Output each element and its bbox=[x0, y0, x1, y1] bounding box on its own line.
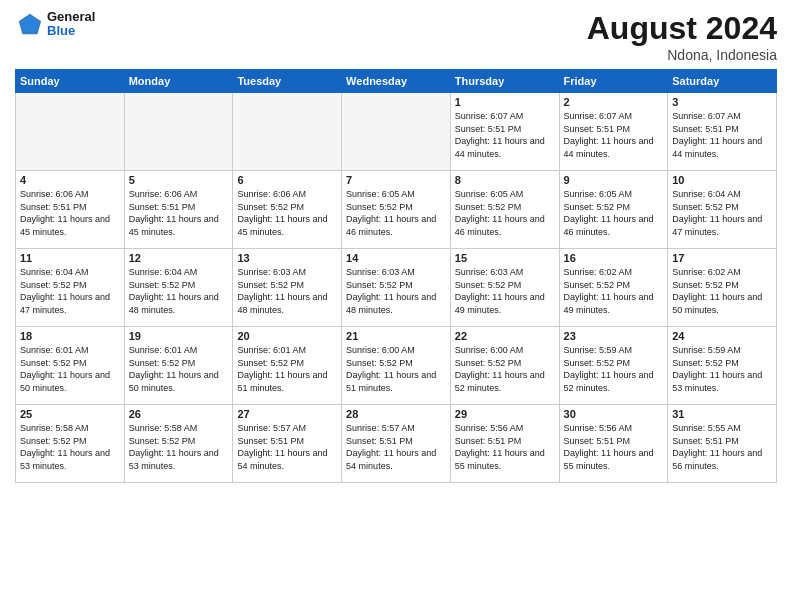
cell-info: Sunrise: 6:02 AMSunset: 5:52 PMDaylight:… bbox=[564, 266, 664, 316]
cell-info: Sunrise: 5:56 AMSunset: 5:51 PMDaylight:… bbox=[455, 422, 555, 472]
day-number: 19 bbox=[129, 330, 229, 342]
cell-info: Sunrise: 6:06 AMSunset: 5:51 PMDaylight:… bbox=[20, 188, 120, 238]
calendar-cell: 28Sunrise: 5:57 AMSunset: 5:51 PMDayligh… bbox=[342, 405, 451, 483]
day-number: 23 bbox=[564, 330, 664, 342]
calendar-cell: 10Sunrise: 6:04 AMSunset: 5:52 PMDayligh… bbox=[668, 171, 777, 249]
day-number: 26 bbox=[129, 408, 229, 420]
cell-info: Sunrise: 6:01 AMSunset: 5:52 PMDaylight:… bbox=[20, 344, 120, 394]
logo-text: General Blue bbox=[47, 10, 95, 39]
location: Ndona, Indonesia bbox=[587, 47, 777, 63]
calendar-cell: 30Sunrise: 5:56 AMSunset: 5:51 PMDayligh… bbox=[559, 405, 668, 483]
calendar-cell: 15Sunrise: 6:03 AMSunset: 5:52 PMDayligh… bbox=[450, 249, 559, 327]
cell-info: Sunrise: 5:59 AMSunset: 5:52 PMDaylight:… bbox=[564, 344, 664, 394]
day-number: 17 bbox=[672, 252, 772, 264]
cell-info: Sunrise: 6:07 AMSunset: 5:51 PMDaylight:… bbox=[672, 110, 772, 160]
cell-info: Sunrise: 6:05 AMSunset: 5:52 PMDaylight:… bbox=[455, 188, 555, 238]
calendar-cell: 11Sunrise: 6:04 AMSunset: 5:52 PMDayligh… bbox=[16, 249, 125, 327]
day-number: 13 bbox=[237, 252, 337, 264]
cell-info: Sunrise: 5:57 AMSunset: 5:51 PMDaylight:… bbox=[237, 422, 337, 472]
page-container: General Blue August 2024 Ndona, Indonesi… bbox=[0, 0, 792, 493]
cell-info: Sunrise: 6:03 AMSunset: 5:52 PMDaylight:… bbox=[346, 266, 446, 316]
cell-info: Sunrise: 6:07 AMSunset: 5:51 PMDaylight:… bbox=[455, 110, 555, 160]
cell-info: Sunrise: 5:55 AMSunset: 5:51 PMDaylight:… bbox=[672, 422, 772, 472]
day-number: 14 bbox=[346, 252, 446, 264]
day-number: 2 bbox=[564, 96, 664, 108]
calendar-week-1: 1Sunrise: 6:07 AMSunset: 5:51 PMDaylight… bbox=[16, 93, 777, 171]
cell-info: Sunrise: 6:06 AMSunset: 5:52 PMDaylight:… bbox=[237, 188, 337, 238]
day-number: 4 bbox=[20, 174, 120, 186]
day-number: 1 bbox=[455, 96, 555, 108]
cell-info: Sunrise: 6:06 AMSunset: 5:51 PMDaylight:… bbox=[129, 188, 229, 238]
day-number: 5 bbox=[129, 174, 229, 186]
header: General Blue August 2024 Ndona, Indonesi… bbox=[15, 10, 777, 63]
calendar-cell: 21Sunrise: 6:00 AMSunset: 5:52 PMDayligh… bbox=[342, 327, 451, 405]
calendar-cell: 31Sunrise: 5:55 AMSunset: 5:51 PMDayligh… bbox=[668, 405, 777, 483]
calendar-cell: 19Sunrise: 6:01 AMSunset: 5:52 PMDayligh… bbox=[124, 327, 233, 405]
calendar-cell bbox=[342, 93, 451, 171]
day-header-saturday: Saturday bbox=[668, 70, 777, 93]
day-header-friday: Friday bbox=[559, 70, 668, 93]
cell-info: Sunrise: 6:03 AMSunset: 5:52 PMDaylight:… bbox=[455, 266, 555, 316]
calendar-cell: 6Sunrise: 6:06 AMSunset: 5:52 PMDaylight… bbox=[233, 171, 342, 249]
calendar-cell: 14Sunrise: 6:03 AMSunset: 5:52 PMDayligh… bbox=[342, 249, 451, 327]
day-header-thursday: Thursday bbox=[450, 70, 559, 93]
cell-info: Sunrise: 5:56 AMSunset: 5:51 PMDaylight:… bbox=[564, 422, 664, 472]
calendar-cell: 4Sunrise: 6:06 AMSunset: 5:51 PMDaylight… bbox=[16, 171, 125, 249]
day-header-tuesday: Tuesday bbox=[233, 70, 342, 93]
calendar-cell: 1Sunrise: 6:07 AMSunset: 5:51 PMDaylight… bbox=[450, 93, 559, 171]
cell-info: Sunrise: 5:58 AMSunset: 5:52 PMDaylight:… bbox=[20, 422, 120, 472]
day-number: 6 bbox=[237, 174, 337, 186]
cell-info: Sunrise: 6:02 AMSunset: 5:52 PMDaylight:… bbox=[672, 266, 772, 316]
day-number: 22 bbox=[455, 330, 555, 342]
day-number: 7 bbox=[346, 174, 446, 186]
calendar-cell: 3Sunrise: 6:07 AMSunset: 5:51 PMDaylight… bbox=[668, 93, 777, 171]
day-header-wednesday: Wednesday bbox=[342, 70, 451, 93]
cell-info: Sunrise: 5:57 AMSunset: 5:51 PMDaylight:… bbox=[346, 422, 446, 472]
logo: General Blue bbox=[15, 10, 95, 39]
day-number: 11 bbox=[20, 252, 120, 264]
cell-info: Sunrise: 6:07 AMSunset: 5:51 PMDaylight:… bbox=[564, 110, 664, 160]
cell-info: Sunrise: 6:05 AMSunset: 5:52 PMDaylight:… bbox=[346, 188, 446, 238]
calendar-cell: 7Sunrise: 6:05 AMSunset: 5:52 PMDaylight… bbox=[342, 171, 451, 249]
day-number: 3 bbox=[672, 96, 772, 108]
calendar-header-row: SundayMondayTuesdayWednesdayThursdayFrid… bbox=[16, 70, 777, 93]
calendar-cell: 16Sunrise: 6:02 AMSunset: 5:52 PMDayligh… bbox=[559, 249, 668, 327]
calendar-cell: 29Sunrise: 5:56 AMSunset: 5:51 PMDayligh… bbox=[450, 405, 559, 483]
title-block: August 2024 Ndona, Indonesia bbox=[587, 10, 777, 63]
logo-icon bbox=[15, 10, 43, 38]
cell-info: Sunrise: 6:04 AMSunset: 5:52 PMDaylight:… bbox=[129, 266, 229, 316]
cell-info: Sunrise: 5:59 AMSunset: 5:52 PMDaylight:… bbox=[672, 344, 772, 394]
calendar-week-2: 4Sunrise: 6:06 AMSunset: 5:51 PMDaylight… bbox=[16, 171, 777, 249]
day-number: 8 bbox=[455, 174, 555, 186]
calendar-cell: 22Sunrise: 6:00 AMSunset: 5:52 PMDayligh… bbox=[450, 327, 559, 405]
calendar-cell bbox=[233, 93, 342, 171]
calendar-week-3: 11Sunrise: 6:04 AMSunset: 5:52 PMDayligh… bbox=[16, 249, 777, 327]
day-header-sunday: Sunday bbox=[16, 70, 125, 93]
calendar-week-5: 25Sunrise: 5:58 AMSunset: 5:52 PMDayligh… bbox=[16, 405, 777, 483]
calendar-cell: 24Sunrise: 5:59 AMSunset: 5:52 PMDayligh… bbox=[668, 327, 777, 405]
day-number: 28 bbox=[346, 408, 446, 420]
day-number: 31 bbox=[672, 408, 772, 420]
calendar-cell: 26Sunrise: 5:58 AMSunset: 5:52 PMDayligh… bbox=[124, 405, 233, 483]
calendar-cell: 13Sunrise: 6:03 AMSunset: 5:52 PMDayligh… bbox=[233, 249, 342, 327]
cell-info: Sunrise: 5:58 AMSunset: 5:52 PMDaylight:… bbox=[129, 422, 229, 472]
month-year: August 2024 bbox=[587, 10, 777, 47]
calendar-week-4: 18Sunrise: 6:01 AMSunset: 5:52 PMDayligh… bbox=[16, 327, 777, 405]
cell-info: Sunrise: 6:01 AMSunset: 5:52 PMDaylight:… bbox=[129, 344, 229, 394]
calendar-cell: 17Sunrise: 6:02 AMSunset: 5:52 PMDayligh… bbox=[668, 249, 777, 327]
cell-info: Sunrise: 6:01 AMSunset: 5:52 PMDaylight:… bbox=[237, 344, 337, 394]
day-number: 24 bbox=[672, 330, 772, 342]
calendar-cell: 8Sunrise: 6:05 AMSunset: 5:52 PMDaylight… bbox=[450, 171, 559, 249]
day-number: 29 bbox=[455, 408, 555, 420]
calendar-cell bbox=[124, 93, 233, 171]
cell-info: Sunrise: 6:04 AMSunset: 5:52 PMDaylight:… bbox=[20, 266, 120, 316]
calendar-cell: 27Sunrise: 5:57 AMSunset: 5:51 PMDayligh… bbox=[233, 405, 342, 483]
day-number: 15 bbox=[455, 252, 555, 264]
day-number: 16 bbox=[564, 252, 664, 264]
day-number: 25 bbox=[20, 408, 120, 420]
day-number: 10 bbox=[672, 174, 772, 186]
day-number: 18 bbox=[20, 330, 120, 342]
calendar-cell: 20Sunrise: 6:01 AMSunset: 5:52 PMDayligh… bbox=[233, 327, 342, 405]
calendar-cell: 12Sunrise: 6:04 AMSunset: 5:52 PMDayligh… bbox=[124, 249, 233, 327]
day-header-monday: Monday bbox=[124, 70, 233, 93]
